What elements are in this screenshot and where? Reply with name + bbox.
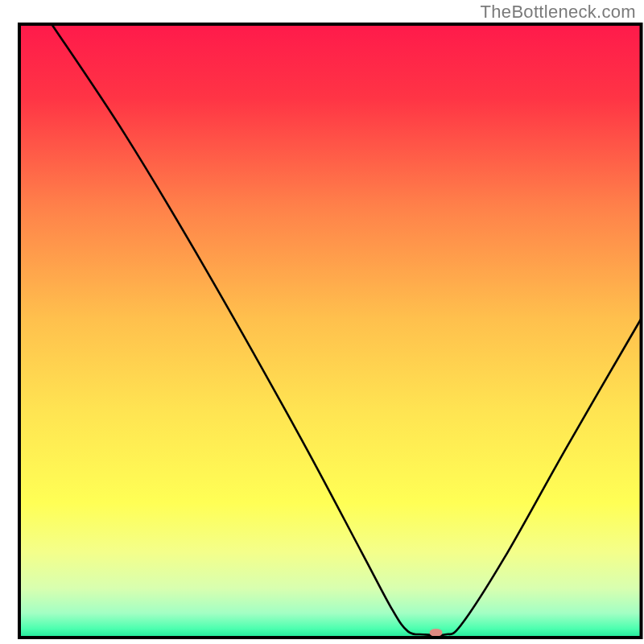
watermark-text: TheBottleneck.com xyxy=(481,2,636,23)
bottleneck-chart xyxy=(0,0,644,644)
optimal-marker xyxy=(430,629,443,637)
plot-area xyxy=(19,24,642,638)
